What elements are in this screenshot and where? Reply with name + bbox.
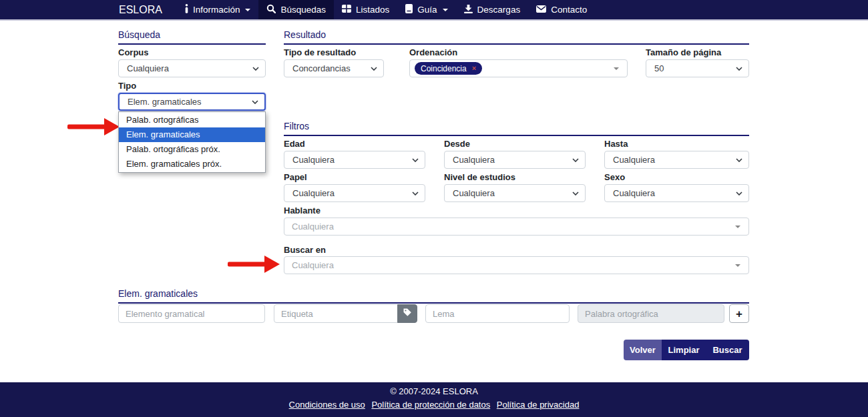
- hablante-multiselect[interactable]: Cualquiera: [284, 218, 749, 236]
- nav-item-contacto[interactable]: Contacto: [528, 0, 595, 19]
- desde-select[interactable]: Cualquiera: [444, 151, 586, 169]
- nav-item-label: Información: [193, 5, 240, 15]
- edad-select-value: Cualquiera: [292, 155, 335, 165]
- dropdown-arrow-icon: [735, 226, 740, 231]
- nav-item-label: Contacto: [551, 5, 587, 15]
- tipo-option-elem-gramaticales-prox[interactable]: Elem. gramaticales próx.: [119, 157, 265, 171]
- hasta-label: Hasta: [604, 139, 628, 149]
- palabra-ortografica-input: [578, 304, 724, 323]
- annotation-arrow-buscar-en: [228, 256, 280, 273]
- nivel-estudios-label: Nivel de estudios: [444, 172, 515, 182]
- chevron-down-icon: [736, 158, 742, 162]
- nav-item-guia[interactable]: Guía: [397, 0, 455, 19]
- tamano-pagina-label: Tamaño de página: [646, 47, 721, 57]
- desde-label: Desde: [444, 139, 470, 149]
- hablante-placeholder: Cualquiera: [292, 222, 334, 232]
- ordenacion-tag-label: Coincidencia: [421, 64, 467, 73]
- volver-button[interactable]: Volver: [624, 340, 662, 360]
- buscar-button[interactable]: Buscar: [706, 340, 749, 360]
- hasta-select[interactable]: Cualquiera: [604, 151, 749, 169]
- footer-link-privacidad[interactable]: Política de privacidad: [497, 400, 580, 410]
- nav-item-informacion[interactable]: Información: [177, 0, 259, 19]
- chevron-down-icon: [252, 67, 259, 71]
- sexo-select[interactable]: Cualquiera: [604, 184, 749, 202]
- nav-item-label: Guía: [417, 5, 437, 15]
- papel-select-value: Cualquiera: [292, 188, 335, 198]
- papel-select[interactable]: Cualquiera: [284, 184, 425, 202]
- tag-icon: [403, 308, 412, 320]
- nav-item-label: Descargas: [477, 5, 521, 15]
- corpus-select[interactable]: Cualquiera: [118, 59, 266, 77]
- limpiar-button[interactable]: Limpiar: [662, 340, 706, 360]
- sexo-label: Sexo: [604, 172, 625, 182]
- chevron-down-icon: [412, 191, 419, 195]
- tipo-label: Tipo: [118, 81, 136, 91]
- lema-input[interactable]: [425, 304, 570, 323]
- brand-label: ESLORA: [119, 4, 162, 16]
- tamano-pagina-select-value: 50: [654, 63, 664, 73]
- hasta-select-value: Cualquiera: [613, 155, 655, 165]
- envelope-icon: [536, 5, 546, 15]
- chevron-down-icon: [736, 67, 742, 71]
- desde-select-value: Cualquiera: [453, 155, 495, 165]
- ordenacion-tag-coincidencia: Coincidencia ×: [415, 62, 482, 75]
- table-icon: [342, 5, 351, 15]
- book-icon: [405, 4, 413, 15]
- remove-tag-icon[interactable]: ×: [472, 65, 476, 72]
- nav-item-listados[interactable]: Listados: [334, 0, 397, 19]
- section-title-resultado: Resultado: [284, 29, 749, 45]
- section-title-busqueda: Búsqueda: [118, 29, 266, 45]
- nav-item-busquedas[interactable]: Búsquedas: [258, 0, 334, 19]
- chevron-down-icon: [572, 158, 579, 162]
- sexo-select-value: Cualquiera: [613, 188, 655, 198]
- buscar-en-label: Buscar en: [284, 245, 326, 255]
- section-title-elem-gramaticales: Elem. gramaticales: [118, 288, 749, 304]
- top-navbar: ESLORA Información Búsquedas Listados: [0, 0, 868, 21]
- elemento-gramatical-input[interactable]: [118, 304, 265, 323]
- caret-down-icon: [443, 9, 448, 14]
- tipo-select[interactable]: Elem. gramaticales: [118, 93, 266, 111]
- annotation-arrow-tipo: [67, 118, 120, 135]
- chevron-down-icon: [572, 191, 579, 195]
- chevron-down-icon: [412, 158, 419, 162]
- nav-item-descargas[interactable]: Descargas: [456, 0, 529, 19]
- chevron-down-icon: [252, 100, 258, 104]
- edad-label: Edad: [284, 139, 305, 149]
- nivel-estudios-select-value: Cualquiera: [453, 188, 495, 198]
- dropdown-arrow-icon: [735, 264, 740, 270]
- copyright-text: © 2007-2024 ESLORA: [0, 386, 868, 396]
- footer-link-condiciones[interactable]: Condiciones de uso: [289, 400, 365, 410]
- hablante-label: Hablante: [284, 205, 320, 216]
- eslora-search-page: ESLORA Información Búsquedas Listados: [0, 0, 868, 417]
- etiqueta-input[interactable]: [274, 304, 398, 323]
- nav-item-label: Búsquedas: [280, 5, 326, 15]
- ordenacion-multiselect[interactable]: Coincidencia ×: [409, 59, 628, 77]
- plus-icon: +: [736, 308, 742, 320]
- footer: © 2007-2024 ESLORA Condiciones de uso Po…: [0, 382, 868, 417]
- search-icon: [266, 4, 276, 15]
- buscar-en-multiselect[interactable]: Cualquiera: [284, 256, 749, 274]
- chevron-down-icon: [371, 67, 377, 71]
- tipo-select-open-listbox: Palab. ortográficas Elem. gramaticales P…: [118, 111, 266, 173]
- tipo-option-palab-ortograficas-prox[interactable]: Palab. ortográficas próx.: [119, 142, 265, 157]
- form-actions: Volver Limpiar Buscar: [624, 340, 749, 360]
- nivel-estudios-select[interactable]: Cualquiera: [444, 184, 586, 202]
- etiqueta-tag-button[interactable]: [397, 304, 417, 323]
- corpus-select-value: Cualquiera: [127, 63, 169, 73]
- tipo-resultado-label: Tipo de resultado: [284, 47, 356, 57]
- download-icon: [464, 5, 473, 15]
- tipo-resultado-select[interactable]: Concordancias: [284, 59, 384, 77]
- tamano-pagina-select[interactable]: 50: [646, 59, 749, 77]
- ordenacion-label: Ordenación: [409, 47, 457, 57]
- tipo-option-palab-ortograficas[interactable]: Palab. ortográficas: [119, 113, 265, 127]
- tipo-option-elem-gramaticales[interactable]: Elem. gramaticales: [119, 127, 265, 142]
- tipo-select-value: Elem. gramaticales: [128, 97, 202, 107]
- add-row-button[interactable]: +: [729, 304, 749, 323]
- edad-select[interactable]: Cualquiera: [284, 151, 425, 169]
- tipo-resultado-select-value: Concordancias: [292, 63, 351, 73]
- brand-link[interactable]: ESLORA: [119, 0, 162, 19]
- chevron-down-icon: [736, 191, 742, 195]
- dropdown-arrow-icon: [614, 67, 619, 73]
- footer-link-proteccion-datos[interactable]: Política de protección de datos: [371, 400, 490, 410]
- info-icon: [185, 4, 188, 15]
